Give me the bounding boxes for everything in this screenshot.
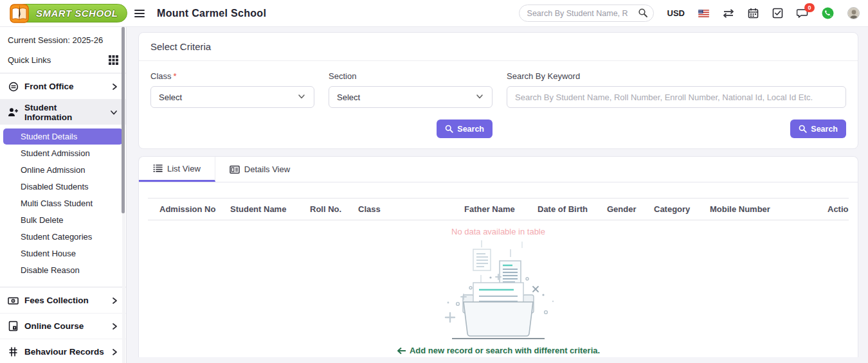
logo-text: SMART SCHOOL [36, 8, 118, 19]
sidebar-item-student-house[interactable]: Student House [3, 245, 123, 261]
header-search-input[interactable] [519, 4, 654, 22]
column-header[interactable]: Student Name [225, 199, 305, 220]
chevron-right-icon [111, 322, 118, 331]
class-select-value: Select [159, 93, 182, 102]
sidebar-item-online-admission[interactable]: Online Admission [3, 162, 123, 178]
sidebar-item-front-office[interactable]: Front Office [0, 73, 126, 99]
language-flag-button[interactable] [698, 10, 709, 17]
sidebar-item-bulk-delete[interactable]: Bulk Delete [3, 212, 123, 228]
swap-sessions-button[interactable] [723, 8, 734, 19]
tab-label: List View [167, 164, 201, 173]
section-select[interactable]: Select [329, 86, 493, 108]
empty-hint-text: Add new record or search with different … [410, 346, 600, 355]
chevron-right-icon [111, 82, 118, 91]
whatsapp-button[interactable] [822, 7, 834, 19]
tab-label: Details View [244, 164, 290, 174]
list-view-icon [153, 164, 163, 173]
task-check-icon [772, 8, 783, 19]
sidebar-item-label: Online Course [24, 321, 84, 331]
column-header[interactable]: Father Name [459, 199, 532, 220]
sidebar-item-label: Front Office [24, 82, 74, 91]
details-view-icon [230, 165, 240, 174]
empty-table-message: No data available in table [148, 220, 849, 236]
left-arrow-icon [397, 347, 406, 355]
keyword-search-button[interactable]: Search [790, 120, 846, 138]
front-office-icon [8, 82, 19, 92]
student-information-icon [8, 107, 19, 117]
sidebar-item-fees-collection[interactable]: Fees Collection [0, 287, 126, 313]
column-header[interactable]: Mobile Number [705, 199, 822, 220]
sidebar-item-student-admission[interactable]: Student Admission [3, 145, 123, 161]
chevron-down-icon [297, 93, 306, 102]
column-header[interactable]: Date of Birth [532, 199, 602, 220]
calendar-button[interactable] [748, 8, 759, 19]
sidebar-item-student-categories[interactable]: Student Categories [3, 229, 123, 245]
column-header[interactable]: Roll No. [305, 199, 353, 220]
column-header[interactable]: Category [649, 199, 705, 220]
whatsapp-icon [822, 7, 834, 19]
chevron-down-icon [475, 93, 484, 102]
hamburger-icon[interactable] [134, 10, 145, 17]
column-header[interactable]: Class [353, 199, 459, 220]
sidebar-item-student-details[interactable]: Student Details [3, 128, 123, 145]
sidebar-item-behaviour-records[interactable]: Behaviour Records [0, 339, 126, 363]
empty-hint: Add new record or search with different … [148, 346, 849, 355]
sidebar: Current Session: 2025-26 Quick Links [0, 27, 127, 363]
chevron-right-icon [111, 348, 118, 357]
keyword-label: Search By Keyword [507, 71, 846, 81]
page-title: Mount Carmel School [157, 8, 266, 19]
quick-links-label: Quick Links [8, 55, 51, 65]
fees-collection-icon [8, 296, 19, 306]
search-button[interactable]: Search [437, 120, 493, 138]
behaviour-records-icon [8, 346, 19, 357]
chevron-down-icon [109, 109, 118, 116]
avatar[interactable] [847, 7, 860, 19]
online-course-icon [8, 321, 19, 332]
chevron-right-icon [111, 296, 118, 305]
quick-links[interactable]: Quick Links [0, 51, 126, 73]
class-label: Class* [150, 71, 314, 81]
view-tabs: List View Details View [139, 157, 858, 182]
sidebar-item-disabled-students[interactable]: Disabled Students [3, 179, 123, 195]
currency-selector[interactable]: USD [667, 8, 685, 18]
search-icon [799, 125, 807, 133]
sidebar-item-online-course[interactable]: Online Course [0, 313, 126, 339]
tab-list-view[interactable]: List View [139, 157, 215, 182]
tab-details-view[interactable]: Details View [215, 157, 304, 182]
panel-title: Select Criteria [139, 33, 858, 61]
keyword-input[interactable] [507, 86, 846, 108]
sidebar-item-label: Fees Collection [24, 296, 89, 305]
swap-icon [723, 8, 734, 19]
smart-school-book-icon [8, 3, 30, 24]
sidebar-item-label: Behaviour Records [24, 347, 104, 357]
column-header[interactable]: Admission No [148, 199, 225, 220]
sidebar-item-disable-reason[interactable]: Disable Reason [3, 262, 123, 278]
grid-icon [109, 55, 118, 65]
messages-button[interactable]: 0 [797, 8, 808, 19]
us-flag-icon [698, 10, 709, 17]
sidebar-scrollbar[interactable] [122, 27, 125, 363]
todo-button[interactable] [772, 8, 783, 19]
table-header-row: Admission No Student Name Roll No. Class… [148, 199, 849, 220]
main-content: Select Criteria Class* Select [127, 27, 868, 363]
column-header[interactable]: Gender [602, 199, 649, 220]
avatar-image [848, 8, 860, 19]
logo[interactable]: SMART SCHOOL [0, 3, 127, 24]
sidebar-item-multi-class-student[interactable]: Multi Class Student [3, 195, 123, 211]
current-session-label: Current Session: 2025-26 [0, 27, 126, 51]
students-table: Admission No Student Name Roll No. Class… [139, 182, 858, 355]
class-select[interactable]: Select [150, 86, 314, 108]
sidebar-item-label: Student Information [24, 103, 104, 122]
search-icon[interactable] [638, 8, 648, 18]
section-label: Section [329, 71, 493, 81]
search-icon [445, 125, 453, 133]
select-criteria-panel: Select Criteria Class* Select [138, 32, 858, 149]
required-marker: * [174, 71, 177, 81]
empty-state-illustration [148, 240, 849, 343]
top-bar: SMART SCHOOL Mount Carmel School USD [0, 0, 868, 27]
section-select-value: Select [337, 93, 360, 102]
header-search [519, 4, 654, 22]
student-information-submenu: Student Details Student Admission Online… [0, 125, 126, 287]
chat-badge: 0 [804, 3, 815, 12]
sidebar-item-student-information[interactable]: Student Information [0, 99, 126, 125]
